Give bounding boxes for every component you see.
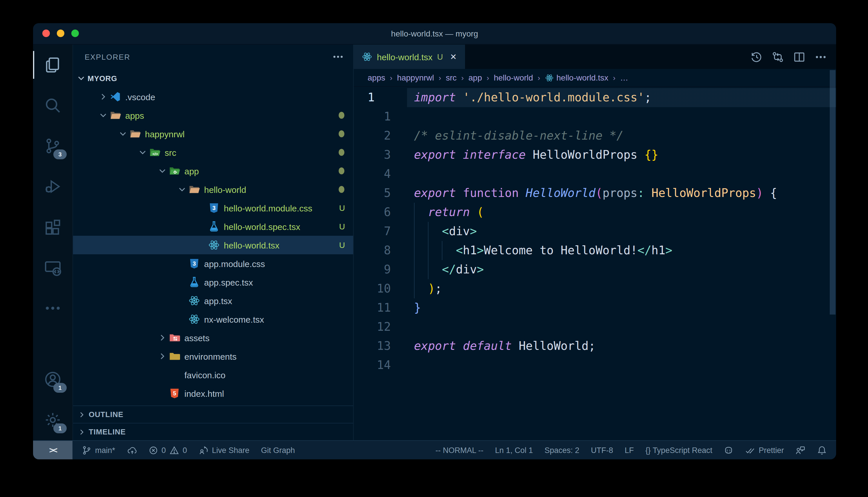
tree-item-environments[interactable]: environments <box>73 347 353 366</box>
explorer-sidebar: EXPLORER MYORG .vscode apps happynrwl <box>73 45 354 440</box>
activity-item-extensions[interactable] <box>33 207 72 247</box>
breadcrumb-src[interactable]: src <box>446 73 457 82</box>
status-label: Live Share <box>212 446 249 454</box>
status-item-language-mode[interactable]: {} TypeScript React <box>645 446 712 454</box>
share-icon <box>198 445 208 455</box>
status-item-problems[interactable]: 00 <box>148 445 187 455</box>
status-item-feedback[interactable] <box>796 445 805 455</box>
tree-item-nx-welcome.tsx[interactable]: nx-welcome.tsx <box>73 310 353 328</box>
activity-item-more[interactable] <box>33 288 72 328</box>
activity-item-explorer[interactable] <box>33 45 72 85</box>
code-line: 12 <box>354 317 836 337</box>
activity-item-accounts[interactable]: 1 <box>33 359 72 400</box>
status-item-cursor-position[interactable]: Ln 1, Col 1 <box>495 446 533 454</box>
status-item-sync[interactable] <box>127 445 137 455</box>
chevron-down-icon <box>177 185 187 194</box>
workspace-section-header[interactable]: MYORG <box>73 69 353 87</box>
file-label: app.module.css <box>204 259 265 269</box>
activity-item-search[interactable] <box>33 85 72 126</box>
code-line: 6 return ( <box>354 203 836 222</box>
sidebar-bottom-sections: OUTLINE TIMELINE <box>73 406 353 440</box>
tree-item-index.html[interactable]: index.html <box>73 384 353 402</box>
tab-close-button[interactable]: ✕ <box>450 52 457 61</box>
bell-icon <box>817 445 827 455</box>
titlebar[interactable]: hello-world.tsx — myorg <box>33 23 836 45</box>
breadcrumb-separator: › <box>390 73 392 82</box>
split-editor-button[interactable] <box>793 51 805 63</box>
tree-item-app.spec.tsx[interactable]: app.spec.tsx <box>73 273 353 292</box>
activity-item-run-debug[interactable] <box>33 166 72 207</box>
minimize-window-button[interactable] <box>57 30 64 37</box>
line-content: ); <box>414 279 442 298</box>
breadcrumb-app[interactable]: app <box>468 73 482 82</box>
code-line: 8 <h1>Welcome to HelloWorld!</h1> <box>354 241 836 260</box>
extensions-icon <box>44 218 61 236</box>
activity-item-settings[interactable]: 1 <box>33 400 72 440</box>
explorer-actions-button[interactable] <box>332 51 344 62</box>
window-title: hello-world.tsx — myorg <box>391 29 478 38</box>
status-item-prettier[interactable]: Prettier <box>745 445 784 455</box>
git-status-badge: U <box>339 203 345 213</box>
line-content: export interface HelloWorldProps {} <box>414 145 658 165</box>
activity-item-remote-explorer[interactable] <box>33 247 72 288</box>
activity-item-source-control[interactable]: 3 <box>33 126 72 166</box>
tree-item-hello-world.spec.tsx[interactable]: hello-world.spec.tsx U <box>73 217 353 236</box>
file-label: hello-world.spec.tsx <box>224 222 300 231</box>
tree-item-hello-world.tsx[interactable]: hello-world.tsx U <box>73 236 353 254</box>
breadcrumb-apps[interactable]: apps <box>368 73 385 82</box>
tree-item-app.tsx[interactable]: app.tsx <box>73 292 353 310</box>
status-bar: >< main*00Live ShareGit Graph -- NORMAL … <box>33 440 836 459</box>
tree-item-hello-world.module.css[interactable]: hello-world.module.css U <box>73 199 353 217</box>
status-item-eol[interactable]: LF <box>625 446 634 454</box>
breadcrumb-happynrwl[interactable]: happynrwl <box>397 73 434 82</box>
tree-item-happynrwl[interactable]: happynrwl <box>73 125 353 143</box>
status-item-notifications[interactable] <box>817 445 827 455</box>
sidebar-title: EXPLORER <box>85 53 130 61</box>
tree-item-src[interactable]: src <box>73 143 353 161</box>
ellipsis-icon <box>44 299 61 317</box>
more-actions-button[interactable] <box>815 51 827 63</box>
status-item-live-share[interactable]: Live Share <box>198 445 249 455</box>
status-item-encoding[interactable]: UTF-8 <box>591 446 613 454</box>
tree-item-favicon.ico[interactable]: favicon.ico <box>73 366 353 384</box>
breadcrumb-hello-world[interactable]: hello-world <box>494 73 533 82</box>
status-item-git-branch[interactable]: main* <box>82 445 115 455</box>
code-line: 1 <box>354 107 836 126</box>
folder-app-icon <box>169 165 180 177</box>
line-content: export function HelloWorld(props: HelloW… <box>414 184 777 203</box>
breadcrumb-hello-world.tsx[interactable]: hello-world.tsx <box>545 73 608 82</box>
breadcrumb-…[interactable]: … <box>620 73 628 82</box>
tree-item-apps[interactable]: apps <box>73 106 353 125</box>
status-label: Spaces: 2 <box>545 446 579 454</box>
zoom-window-button[interactable] <box>71 30 79 37</box>
sidebar-section-outline[interactable]: OUTLINE <box>73 406 353 423</box>
remote-indicator[interactable]: >< <box>33 441 72 459</box>
open-changes-button[interactable] <box>772 51 784 63</box>
close-window-button[interactable] <box>42 30 50 37</box>
file-label: environments <box>184 351 237 361</box>
split-icon <box>793 51 805 63</box>
sidebar-section-timeline[interactable]: TIMELINE <box>73 423 353 440</box>
editor-tab-hello-world.tsx[interactable]: hello-world.tsx U ✕ <box>354 45 465 69</box>
indent-guide <box>414 203 415 222</box>
status-item-indentation[interactable]: Spaces: 2 <box>545 446 579 454</box>
tree-item-app.module.css[interactable]: app.module.css <box>73 254 353 273</box>
status-item-git-graph[interactable]: Git Graph <box>261 446 295 454</box>
tree-item-hello-world[interactable]: hello-world <box>73 180 353 199</box>
tree-item-.vscode[interactable]: .vscode <box>73 87 353 106</box>
line-content: /* eslint-disable-next-line */ <box>414 126 623 145</box>
tree-item-assets[interactable]: assets <box>73 328 353 347</box>
status-item-copilot[interactable] <box>724 445 734 455</box>
history-icon <box>750 51 762 63</box>
status-item-vim-mode[interactable]: -- NORMAL -- <box>436 446 484 454</box>
breadcrumb-separator: › <box>461 73 464 82</box>
code-editor[interactable]: 1 import './hello-world.module.css'; 1 2… <box>354 87 836 440</box>
editor-scrollbar[interactable] <box>830 70 836 314</box>
tab-bar: hello-world.tsx U ✕ <box>354 45 836 69</box>
indent-guide <box>428 241 428 260</box>
vscode-window: hello-world.tsx — myorg 311 EXPLORER MYO… <box>33 23 836 459</box>
flask-icon <box>208 221 220 232</box>
tree-item-app[interactable]: app <box>73 161 353 180</box>
line-number: 5 <box>354 184 391 203</box>
timeline-history-button[interactable] <box>750 51 762 63</box>
